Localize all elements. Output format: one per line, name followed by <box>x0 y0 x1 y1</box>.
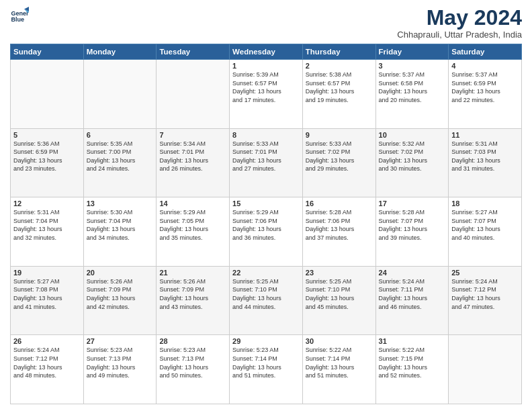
day-info: Sunrise: 5:22 AM Sunset: 7:15 PM Dayligh… <box>379 346 446 379</box>
day-number: 21 <box>159 269 226 277</box>
day-info: Sunrise: 5:22 AM Sunset: 7:14 PM Dayligh… <box>306 346 373 379</box>
day-info: Sunrise: 5:25 AM Sunset: 7:10 PM Dayligh… <box>232 277 300 311</box>
svg-text:Blue: Blue <box>11 16 24 23</box>
day-number: 9 <box>306 131 373 139</box>
month-year: May 2024 <box>397 7 522 28</box>
day-number: 23 <box>306 269 373 277</box>
col-wednesday: Wednesday <box>230 44 303 60</box>
col-tuesday: Tuesday <box>157 44 230 60</box>
day-info: Sunrise: 5:33 AM Sunset: 7:02 PM Dayligh… <box>306 140 373 173</box>
day-info: Sunrise: 5:37 AM Sunset: 6:59 PM Dayligh… <box>451 71 519 104</box>
calendar-cell: 6Sunrise: 5:35 AM Sunset: 7:00 PM Daylig… <box>83 128 157 197</box>
day-number: 8 <box>232 131 300 139</box>
calendar-cell <box>157 60 230 129</box>
calendar-cell: 2Sunrise: 5:38 AM Sunset: 6:57 PM Daylig… <box>302 60 375 129</box>
day-number: 28 <box>159 337 226 345</box>
calendar-cell: 31Sunrise: 5:22 AM Sunset: 7:15 PM Dayli… <box>375 335 449 404</box>
calendar-cell: 13Sunrise: 5:30 AM Sunset: 7:04 PM Dayli… <box>83 197 157 267</box>
calendar-cell: 19Sunrise: 5:27 AM Sunset: 7:08 PM Dayli… <box>11 266 84 335</box>
day-number: 3 <box>379 62 446 70</box>
day-info: Sunrise: 5:28 AM Sunset: 7:07 PM Dayligh… <box>379 208 446 242</box>
day-info: Sunrise: 5:39 AM Sunset: 6:57 PM Dayligh… <box>232 71 300 104</box>
day-info: Sunrise: 5:31 AM Sunset: 7:04 PM Dayligh… <box>13 208 81 242</box>
calendar-cell: 12Sunrise: 5:31 AM Sunset: 7:04 PM Dayli… <box>11 197 84 267</box>
header: General Blue May 2024 Chhaprauli, Uttar … <box>10 7 522 40</box>
day-number: 18 <box>451 199 519 208</box>
day-number: 19 <box>13 269 81 277</box>
calendar-cell: 28Sunrise: 5:23 AM Sunset: 7:13 PM Dayli… <box>157 335 230 404</box>
week-row-4: 19Sunrise: 5:27 AM Sunset: 7:08 PM Dayli… <box>11 266 522 335</box>
page: General Blue May 2024 Chhaprauli, Uttar … <box>0 0 532 411</box>
day-info: Sunrise: 5:32 AM Sunset: 7:02 PM Dayligh… <box>379 140 446 173</box>
day-info: Sunrise: 5:25 AM Sunset: 7:10 PM Dayligh… <box>306 277 373 311</box>
calendar-cell: 4Sunrise: 5:37 AM Sunset: 6:59 PM Daylig… <box>449 60 522 129</box>
day-info: Sunrise: 5:24 AM Sunset: 7:12 PM Dayligh… <box>13 346 81 379</box>
calendar-cell: 17Sunrise: 5:28 AM Sunset: 7:07 PM Dayli… <box>375 197 449 267</box>
calendar-cell: 16Sunrise: 5:28 AM Sunset: 7:06 PM Dayli… <box>302 197 375 267</box>
day-info: Sunrise: 5:29 AM Sunset: 7:06 PM Dayligh… <box>232 208 300 242</box>
day-number: 5 <box>13 131 81 139</box>
day-number: 22 <box>232 269 300 277</box>
day-number: 16 <box>306 199 373 208</box>
calendar-cell: 8Sunrise: 5:33 AM Sunset: 7:01 PM Daylig… <box>230 128 303 197</box>
day-number: 27 <box>87 337 154 345</box>
day-number: 12 <box>13 199 81 208</box>
day-number: 25 <box>451 269 519 277</box>
day-number: 13 <box>87 199 154 208</box>
calendar-cell: 10Sunrise: 5:32 AM Sunset: 7:02 PM Dayli… <box>375 128 449 197</box>
day-info: Sunrise: 5:37 AM Sunset: 6:58 PM Dayligh… <box>379 71 446 104</box>
calendar-header-row: Sunday Monday Tuesday Wednesday Thursday… <box>11 44 522 60</box>
day-info: Sunrise: 5:26 AM Sunset: 7:09 PM Dayligh… <box>87 277 154 311</box>
day-number: 30 <box>306 337 373 345</box>
day-info: Sunrise: 5:38 AM Sunset: 6:57 PM Dayligh… <box>306 71 373 104</box>
day-info: Sunrise: 5:33 AM Sunset: 7:01 PM Dayligh… <box>232 140 300 173</box>
day-number: 2 <box>306 62 373 70</box>
calendar-cell <box>11 60 84 129</box>
calendar-cell: 22Sunrise: 5:25 AM Sunset: 7:10 PM Dayli… <box>230 266 303 335</box>
week-row-2: 5Sunrise: 5:36 AM Sunset: 6:59 PM Daylig… <box>11 128 522 197</box>
day-info: Sunrise: 5:28 AM Sunset: 7:06 PM Dayligh… <box>306 208 373 242</box>
day-number: 6 <box>87 131 154 139</box>
title-block: May 2024 Chhaprauli, Uttar Pradesh, Indi… <box>397 7 522 40</box>
calendar-cell <box>449 335 522 404</box>
day-info: Sunrise: 5:36 AM Sunset: 6:59 PM Dayligh… <box>13 140 81 173</box>
day-info: Sunrise: 5:27 AM Sunset: 7:08 PM Dayligh… <box>13 277 81 311</box>
day-info: Sunrise: 5:23 AM Sunset: 7:14 PM Dayligh… <box>232 346 300 379</box>
day-info: Sunrise: 5:29 AM Sunset: 7:05 PM Dayligh… <box>159 208 226 242</box>
day-number: 20 <box>87 269 154 277</box>
day-number: 17 <box>379 199 446 208</box>
calendar-cell: 25Sunrise: 5:24 AM Sunset: 7:12 PM Dayli… <box>449 266 522 335</box>
calendar-cell: 24Sunrise: 5:24 AM Sunset: 7:11 PM Dayli… <box>375 266 449 335</box>
col-friday: Friday <box>375 44 449 60</box>
day-number: 1 <box>232 62 300 70</box>
day-info: Sunrise: 5:24 AM Sunset: 7:12 PM Dayligh… <box>451 277 519 311</box>
calendar-cell: 14Sunrise: 5:29 AM Sunset: 7:05 PM Dayli… <box>157 197 230 267</box>
col-sunday: Sunday <box>11 44 84 60</box>
calendar-cell: 30Sunrise: 5:22 AM Sunset: 7:14 PM Dayli… <box>302 335 375 404</box>
day-number: 7 <box>159 131 226 139</box>
calendar-cell <box>83 60 157 129</box>
calendar-cell: 21Sunrise: 5:26 AM Sunset: 7:09 PM Dayli… <box>157 266 230 335</box>
calendar-cell: 9Sunrise: 5:33 AM Sunset: 7:02 PM Daylig… <box>302 128 375 197</box>
day-info: Sunrise: 5:34 AM Sunset: 7:01 PM Dayligh… <box>159 140 226 173</box>
day-number: 24 <box>379 269 446 277</box>
calendar-cell: 23Sunrise: 5:25 AM Sunset: 7:10 PM Dayli… <box>302 266 375 335</box>
day-number: 29 <box>232 337 300 345</box>
day-info: Sunrise: 5:35 AM Sunset: 7:00 PM Dayligh… <box>87 140 154 173</box>
day-info: Sunrise: 5:30 AM Sunset: 7:04 PM Dayligh… <box>87 208 154 242</box>
day-info: Sunrise: 5:23 AM Sunset: 7:13 PM Dayligh… <box>159 346 226 379</box>
calendar-cell: 18Sunrise: 5:27 AM Sunset: 7:07 PM Dayli… <box>449 197 522 267</box>
calendar-cell: 27Sunrise: 5:23 AM Sunset: 7:13 PM Dayli… <box>83 335 157 404</box>
day-number: 14 <box>159 199 226 208</box>
week-row-3: 12Sunrise: 5:31 AM Sunset: 7:04 PM Dayli… <box>11 197 522 267</box>
col-thursday: Thursday <box>302 44 375 60</box>
day-info: Sunrise: 5:27 AM Sunset: 7:07 PM Dayligh… <box>451 208 519 242</box>
day-number: 31 <box>379 337 446 345</box>
logo: General Blue <box>10 7 29 26</box>
day-info: Sunrise: 5:26 AM Sunset: 7:09 PM Dayligh… <box>159 277 226 311</box>
location: Chhaprauli, Uttar Pradesh, India <box>397 30 522 40</box>
day-number: 10 <box>379 131 446 139</box>
calendar-cell: 26Sunrise: 5:24 AM Sunset: 7:12 PM Dayli… <box>11 335 84 404</box>
day-number: 11 <box>451 131 519 139</box>
day-info: Sunrise: 5:31 AM Sunset: 7:03 PM Dayligh… <box>451 140 519 173</box>
